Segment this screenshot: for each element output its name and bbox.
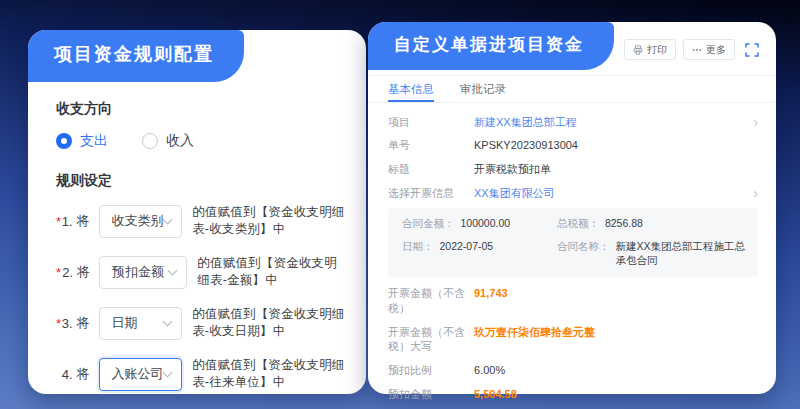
rule-3-field-select[interactable]: 日期 [99,307,183,340]
rule-prefix: 将 [77,365,90,383]
chevron-right-icon[interactable]: › [753,186,758,200]
rule-2-field-select[interactable]: 预扣金额 [99,256,187,289]
field-row-title: 标题 开票税款预扣单 [388,158,758,182]
contract-item-label: 合同名称： [557,240,610,268]
invoice-amount-caps-value: 玖万壹仟柒佰肆拾叁元整 [474,325,758,340]
contract-item-label: 总税额： [557,217,599,231]
withhold-amount-value: 5,504.58 [474,387,758,402]
contract-item-value: 新建XX集团总部工程施工总承包合同 [615,240,754,268]
contract-summary-box: 合同金额： 100000.00 总税额： 8256.88 日期： 2022-07… [388,208,758,277]
document-detail-panel: 自定义单据进项目资金 打印 更多 基本信息 审批记录 项目 新建XX集团总部工程 [368,22,776,394]
contract-item-label: 合同金额： [402,217,455,231]
radio-income-label: 收入 [166,132,194,150]
field-row-withhold-amount: 预扣金额 5,504.58 [388,383,758,407]
field-value: KPSKY20230913004 [474,138,758,153]
contract-item-value: 2022-07-05 [440,240,494,268]
rule-prefix: 将 [77,212,90,230]
fullscreen-icon [745,43,759,57]
field-label: 预扣比例 [388,363,474,378]
chevron-down-icon [163,367,173,377]
rule-suffix: 的值赋值到【资金收支明细表-收支类别】中 [192,204,348,238]
field-label: 项目 [388,115,474,130]
radio-unselected-icon [142,133,158,149]
rule-1-field-value: 收支类别 [112,212,164,230]
field-label: 单号 [388,138,474,153]
invoice-company-link[interactable]: XX集团有限公司 [474,186,745,201]
print-button[interactable]: 打印 [624,39,676,60]
field-label: 选择开票信息 [388,186,474,201]
field-row-withhold-ratio: 预扣比例 6.00% [388,359,758,383]
rule-number: 2. [62,265,73,280]
rule-4-field-value: 入账公司 [112,365,164,383]
printer-icon [633,45,643,55]
contract-item-value: 8256.88 [605,217,643,231]
chevron-right-icon[interactable]: › [753,115,758,129]
contract-item-label: 日期： [402,240,434,268]
direction-section-label: 收支方向 [56,100,348,118]
field-row-doc-number: 单号 KPSKY20230913004 [388,134,758,158]
more-button[interactable]: 更多 [683,39,735,60]
field-row-invoice-amount-caps: 开票金额（不含税）大写 玖万壹仟柒佰肆拾叁元整 [388,320,758,359]
rule-prefix: 将 [77,263,90,281]
rule-4-field-select[interactable]: 入账公司 [99,358,183,391]
tab-approval-record[interactable]: 审批记录 [460,76,506,102]
chevron-down-icon [163,316,173,326]
field-label: 开票金额（不含税）大写 [388,325,474,355]
contract-amount-item: 合同金额： 100000.00 [402,217,557,231]
field-label: 标题 [388,162,474,177]
rule-config-title: 项目资金规则配置 [28,30,244,82]
field-value: 开票税款预扣单 [474,162,758,177]
rule-suffix: 的值赋值到【资金收支明细表-往来单位】中 [192,357,348,391]
radio-expense[interactable]: 支出 [56,132,108,150]
document-header: 自定义单据进项目资金 打印 更多 [368,22,776,76]
document-title: 自定义单据进项目资金 [368,22,614,70]
rule-number: 4. [62,367,73,382]
detail-tabs: 基本信息 审批记录 [368,76,776,103]
rule-prefix: 将 [77,314,90,332]
rule-suffix: 的值赋值到【资金收支明细表-金额】中 [197,255,348,289]
chevron-down-icon [163,214,173,224]
contract-name-item: 合同名称： 新建XX集团总部工程施工总承包合同 [557,240,754,268]
print-button-label: 打印 [647,43,667,57]
chevron-down-icon [168,265,178,275]
rule-config-panel: 项目资金规则配置 收支方向 支出 收入 规则设定 * 1. 将 收支类别 的值赋… [28,30,366,394]
invoice-amount-value: 91,743 [474,286,758,301]
field-row-invoice-amount: 开票金额（不含税） 91,743 [388,281,758,320]
field-row-project[interactable]: 项目 新建XX集团总部工程 › [388,110,758,134]
rule-1-field-select[interactable]: 收支类别 [99,205,183,238]
rule-suffix: 的值赋值到【资金收支明细表-收支日期】中 [192,306,348,340]
document-toolbar: 打印 更多 [624,39,762,60]
more-dots-icon [692,45,702,55]
radio-income[interactable]: 收入 [142,132,194,150]
field-label: 预扣金额 [388,387,474,402]
rules-section-label: 规则设定 [56,172,348,190]
detail-fields: 项目 新建XX集团总部工程 › 单号 KPSKY20230913004 标题 开… [368,103,776,409]
project-link[interactable]: 新建XX集团总部工程 [474,115,745,130]
rule-3-field-value: 日期 [112,314,138,332]
direction-radio-group: 支出 收入 [56,132,348,150]
rule-row-4: 4. 将 入账公司 的值赋值到【资金收支明细表-往来单位】中 [56,357,348,391]
withhold-ratio-value: 6.00% [474,363,758,378]
contract-item-value: 100000.00 [461,217,511,231]
tab-basic-info[interactable]: 基本信息 [388,76,434,102]
contract-date-item: 日期： 2022-07-05 [402,240,557,268]
rule-number: 1. [62,214,73,229]
field-label: 开票金额（不含税） [388,286,474,316]
rule-row-1: * 1. 将 收支类别 的值赋值到【资金收支明细表-收支类别】中 [56,204,348,238]
rule-2-field-value: 预扣金额 [112,263,164,281]
rule-number: 3. [62,316,73,331]
field-row-invoice-info[interactable]: 选择开票信息 XX集团有限公司 › [388,182,758,206]
radio-selected-icon [56,133,72,149]
radio-expense-label: 支出 [80,132,108,150]
rule-row-2: * 2. 将 预扣金额 的值赋值到【资金收支明细表-金额】中 [56,255,348,289]
contract-tax-item: 总税额： 8256.88 [557,217,754,231]
rule-row-3: * 3. 将 日期 的值赋值到【资金收支明细表-收支日期】中 [56,306,348,340]
fullscreen-button[interactable] [742,40,762,60]
more-button-label: 更多 [706,43,726,57]
